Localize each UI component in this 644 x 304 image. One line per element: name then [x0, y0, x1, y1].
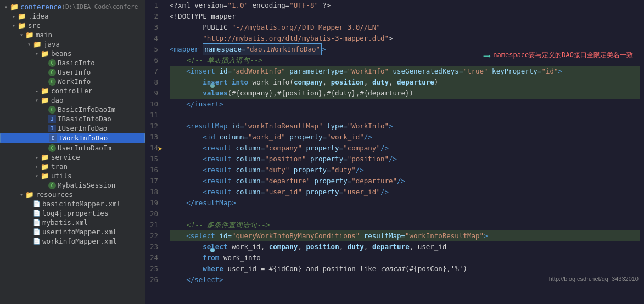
utils-folder-icon: 📁 [41, 172, 49, 180]
line-num-24: 24 [148, 252, 160, 263]
line13-content: <id [170, 132, 219, 143]
code-line-18: <result column="user_id" property="user_… [170, 187, 640, 198]
basicinfomapper-label: basicinfoMapper.xml [42, 200, 121, 208]
line-num-6: 6 [148, 55, 160, 66]
mybatis-label: mybatis.xml [42, 218, 88, 227]
basicinfo-label: BasicInfo [58, 59, 95, 67]
workinfo-label: WorkInfo [58, 77, 91, 86]
iworkinfodao-label: IWorkInfoDao [58, 134, 108, 142]
userinfomapper-label: userinfoMapper.xml [42, 228, 116, 236]
sidebar-item-java[interactable]: 📁 java [0, 40, 145, 49]
line10-content: </insert> [170, 99, 223, 110]
sidebar-item-beans[interactable]: 📁 beans [0, 49, 145, 58]
basicinfomapper-icon: 📄 [33, 200, 41, 207]
sidebar-item-tran[interactable]: 📁 tran [0, 162, 145, 171]
java-folder-icon: 📁 [33, 40, 42, 48]
code-line-1: <?xml version="1.0" encoding="UTF-8" ?> [170, 0, 640, 11]
sidebar-item-basicinfodaoimpl[interactable]: C BasicInfoDaoIm [0, 105, 145, 114]
dao-label: dao [51, 96, 64, 104]
code-line-3: PUBLIC "-//mybatis.org//DTD Mapper 3.0//… [170, 22, 640, 33]
line7-attrs: id="addWorkInfo" parameterType="WorkInfo… [219, 66, 558, 77]
line17-content: <result [170, 176, 236, 187]
controller-folder-icon: 📁 [41, 87, 49, 95]
line9-content: values(#{company},#{position},#{duty},#{… [170, 88, 413, 99]
basicinfo-class-icon: C [48, 59, 56, 67]
yellow-arrow: ➤ [158, 144, 163, 155]
line2-content: <!DOCTYPE mapper [170, 11, 236, 22]
tran-label: tran [51, 162, 68, 171]
dao-folder-icon: 📁 [41, 96, 49, 104]
line14-content: <result [170, 143, 236, 154]
sidebar-item-resources[interactable]: 📁 resources [0, 190, 145, 199]
workinfomapper-icon: 📄 [33, 238, 41, 245]
sidebar-item-idea[interactable]: 📁 .idea [0, 12, 145, 21]
sidebar-item-userinfo[interactable]: C UserInfo [0, 67, 145, 77]
file-tree[interactable]: 📁 conference (D:\IDEA Code\confere 📁 .id… [0, 0, 145, 304]
line3-content: PUBLIC "-//mybatis.org//DTD Mapper 3.0//… [170, 22, 380, 33]
code-line-19: </resultMap> [170, 198, 640, 209]
sidebar-item-dao[interactable]: 📁 dao [0, 95, 145, 105]
line-num-21: 21 [148, 219, 160, 230]
dao-arrow [33, 97, 41, 103]
line21-comment: <!-- 多条件查询语句--> [170, 219, 269, 230]
line5-tag: <mapper [170, 44, 203, 55]
project-root[interactable]: 📁 conference (D:\IDEA Code\confere [0, 2, 145, 12]
sidebar-item-iuserinfodao[interactable]: I IUserInfoDao [0, 123, 145, 133]
code-line-24: from work_info [170, 252, 640, 263]
mybatissession-label: MybatisSession [58, 181, 115, 189]
watermark: http://blog.csdn.net/qq_34332010 [549, 273, 639, 284]
service-folder-icon: 📁 [41, 153, 49, 161]
main-arrow [18, 32, 25, 38]
sidebar-item-service[interactable]: 📁 service [0, 153, 145, 162]
sidebar-item-mybatissession[interactable]: C MybatisSession [0, 181, 145, 190]
utils-label: utils [51, 172, 72, 180]
line-num-12: 12 [148, 121, 160, 132]
userinfomapper-icon: 📄 [33, 228, 41, 235]
code-editor[interactable]: ⟶ namespace要与定义的DAO接口全限定类名一致 1 2 3 4 5 6… [145, 0, 644, 304]
line6-comment: <!-- 单表插入语句--> [170, 55, 262, 66]
sidebar-item-log4j[interactable]: 📄 log4j.properties [0, 209, 145, 218]
userinfo-label: UserInfo [58, 68, 91, 76]
code-line-10: </insert> [170, 99, 640, 110]
sidebar-item-userinfodaoimpl[interactable]: C UserInfoDaoIm [0, 143, 145, 153]
code-line-25: where user_id = #{idCon} and position li… [170, 263, 640, 274]
project-arrow [2, 4, 10, 10]
code-line-11 [170, 110, 640, 121]
log4j-icon: 📄 [33, 210, 41, 217]
line-num-5: 5 [148, 44, 160, 55]
code-line-16: <result column="duty" property="duty"/> [170, 165, 640, 176]
line19-content: </resultMap> [170, 198, 236, 209]
src-arrow [10, 22, 18, 29]
line-num-26: 26 [148, 274, 160, 285]
line-num-2: 2 [148, 11, 160, 22]
namespace-box: namespace="dao.IWorkInfoDao" [203, 43, 322, 55]
main-label: main [36, 31, 52, 39]
line8-content: insert into work_info(company, position,… [170, 77, 438, 88]
basicinfodaoimpl-icon: C [48, 106, 56, 114]
line-num-1: 1 [148, 0, 160, 11]
sidebar-item-iworkinfodao[interactable]: I IWorkInfoDao [0, 133, 145, 143]
userinfodaoimpl-icon: C [48, 144, 56, 152]
sidebar-item-src[interactable]: 📁 src [0, 21, 145, 30]
sidebar-item-userinfomapper[interactable]: 📄 userinfoMapper.xml [0, 227, 145, 237]
code-line-21: <!-- 多条件查询语句--> [170, 219, 640, 230]
sidebar-item-workinfomapper[interactable]: 📄 workinfoMapper.xml [0, 237, 145, 246]
sidebar-item-controller[interactable]: 📁 controller [0, 86, 145, 95]
sidebar-item-workinfo[interactable]: C WorkInfo [0, 77, 145, 86]
sidebar-item-mybatis[interactable]: 📄 mybatis.xml [0, 218, 145, 227]
resources-folder-icon: 📁 [25, 190, 34, 199]
sidebar-item-main[interactable]: 📁 main [0, 30, 145, 40]
java-label: java [43, 40, 60, 48]
line1-content: <?xml version="1.0" encoding="UTF-8" ?> [170, 0, 331, 11]
line-num-3: 3 [148, 22, 160, 33]
line-num-20: 20 [148, 209, 160, 219]
sidebar-item-utils[interactable]: 📁 utils [0, 171, 145, 181]
line-num-17: 17 [148, 176, 160, 187]
sidebar-item-ibasicinfodao[interactable]: I IBasicInfoDao [0, 114, 145, 123]
code-line-23: select work_id, company, position, duty,… [170, 241, 640, 252]
code-line-12: <resultMap id="workInfoResultMap" type="… [170, 121, 640, 132]
beans-label: beans [51, 49, 72, 58]
sidebar-item-basicinfo[interactable]: C BasicInfo [0, 58, 145, 67]
sidebar-item-basicinfomapper[interactable]: 📄 basicinfoMapper.xml [0, 199, 145, 209]
iworkinfodao-icon: I [49, 134, 57, 142]
